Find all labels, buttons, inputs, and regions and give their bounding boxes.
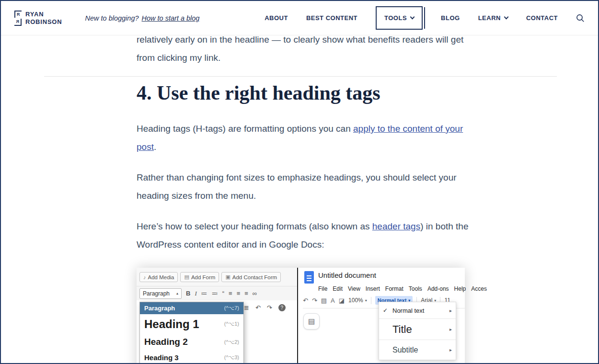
- style-dropdown-label: Paragraph: [143, 290, 170, 297]
- nav-tools-label: TOOLS: [384, 14, 407, 22]
- submenu-arrow-icon: ▸: [449, 308, 452, 313]
- logo-line1: RYAN: [25, 11, 62, 18]
- paragraph-1: Heading tags (H-tags) are formatting opt…: [137, 120, 474, 156]
- add-media-button: ♪Add Media: [139, 272, 178, 282]
- header-tags-link[interactable]: header tags: [372, 221, 420, 231]
- wp-button-row: ♪Add Media ▤Add Form ▣Add Contact Form: [137, 268, 297, 286]
- undo-icon: ↶: [303, 297, 308, 304]
- section-heading: 4. Use the right heading tags: [137, 80, 474, 105]
- menu-item-paragraph: Paragraph (^⌥7): [140, 302, 243, 314]
- gdocs-menu-format: Format: [385, 285, 403, 292]
- main-nav: ABOUT BEST CONTENT TOOLS BLOG LEARN CONT…: [265, 6, 585, 30]
- logo-icon: R R: [14, 11, 22, 26]
- style-menu-item-subtitle: Subtitle ▸: [379, 340, 456, 360]
- zoom-dropdown: 100%▾: [348, 297, 367, 304]
- paragraph-1-end: .: [154, 142, 156, 152]
- form-icon: ▤: [184, 274, 189, 280]
- add-contact-form-label: Add Contact Form: [232, 274, 277, 280]
- article-screenshot: ♪Add Media ▤Add Form ▣Add Contact Form P…: [137, 268, 465, 364]
- header-tagline: New to blogging?How to start a blog: [85, 14, 199, 22]
- logo-text: RYAN ROBINSON: [25, 11, 62, 25]
- paragraph-3: Here’s how to select your heading format…: [137, 217, 474, 254]
- align-center-icon: ≡: [237, 290, 241, 297]
- redo-icon: ↷: [312, 297, 317, 304]
- google-docs-panel: Untitled document File Edit View Insert …: [298, 268, 465, 364]
- bold-icon: B: [186, 290, 190, 297]
- nav-item-tools[interactable]: TOOLS: [376, 6, 423, 30]
- site-logo[interactable]: R R RYAN ROBINSON: [14, 11, 62, 26]
- menu-heading1-label: Heading 1: [144, 318, 199, 331]
- article-content: relatively early on in the headline — to…: [137, 1, 474, 364]
- dropdown-arrow-icon: ▴: [176, 291, 178, 296]
- menu-paragraph-label: Paragraph: [144, 305, 175, 312]
- section-divider: [44, 76, 557, 77]
- gdocs-menu-tools: Tools: [409, 285, 422, 292]
- paint-format-icon: ◪: [339, 297, 345, 304]
- paragraph-style-dropdown: Paragraph▴: [139, 288, 182, 299]
- nav-learn-label: LEARN: [478, 14, 501, 22]
- style-menu-item-title: Title ▸: [379, 318, 456, 340]
- align-left-icon: ≡: [229, 290, 232, 297]
- nav-item-about[interactable]: ABOUT: [265, 14, 288, 22]
- gdocs-doc-title: Untitled document: [318, 271, 376, 279]
- link-icon: ∞: [253, 290, 257, 297]
- chevron-down-icon: [504, 15, 508, 20]
- gdocs-style-menu: ✓ Normal text ▸ Title ▸ Subtitle ▸: [379, 302, 456, 360]
- print-icon: ▤: [321, 297, 327, 304]
- chevron-down-icon: [410, 15, 415, 20]
- start-a-blog-link[interactable]: How to start a blog: [142, 14, 200, 22]
- wp-style-menu: Paragraph (^⌥7) Heading 1 (^⌥1) Heading …: [139, 302, 244, 364]
- menu-paragraph-shortcut: (^⌥7): [224, 305, 239, 311]
- toolbar-separator: [371, 297, 371, 304]
- add-media-label: Add Media: [148, 274, 174, 280]
- gdocs-header: Untitled document: [298, 268, 465, 284]
- logo-line2: ROBINSON: [25, 18, 62, 26]
- page: { "colors": { "frame": "#233a66", "navy"…: [0, 0, 599, 364]
- site-header: R R RYAN ROBINSON New to blogging?How to…: [1, 1, 598, 35]
- nav-item-contact[interactable]: CONTACT: [526, 14, 558, 22]
- contact-form-icon: ▣: [225, 274, 230, 280]
- gdocs-menu-edit: Edit: [333, 285, 343, 292]
- nav-item-blog[interactable]: BLOG: [441, 14, 460, 22]
- italic-icon: I: [195, 290, 196, 297]
- menu-heading1-shortcut: (^⌥1): [224, 321, 239, 327]
- wp-secondary-toolbar: ≣ ↶ ↷ ?: [244, 304, 286, 311]
- menu-item-heading1: Heading 1 (^⌥1): [140, 314, 243, 334]
- gdocs-menu-insert: Insert: [366, 285, 380, 292]
- spellcheck-icon: A: [331, 297, 335, 304]
- menu-heading2-label: Heading 2: [144, 337, 188, 347]
- clipped-paragraph: relatively early on in the headline — to…: [137, 31, 474, 67]
- wordpress-editor-panel: ♪Add Media ▤Add Form ▣Add Contact Form P…: [137, 268, 297, 364]
- wp-toolbar: Paragraph▴ B I ≔ ≕ “ ≡ ≡ ≡ ∞: [137, 286, 297, 300]
- add-form-button: ▤Add Form: [180, 272, 219, 282]
- gdocs-menu-help: Help: [454, 285, 466, 292]
- nav-item-best-content[interactable]: BEST CONTENT: [306, 14, 357, 22]
- caret-down-icon: ▾: [365, 298, 367, 303]
- nav-item-learn[interactable]: LEARN: [478, 14, 508, 22]
- gdocs-menubar: File Edit View Insert Format Tools Add-o…: [318, 285, 465, 292]
- screenshot-divider: [297, 268, 298, 364]
- logo-mark-top: R: [14, 11, 22, 18]
- gdocs-menu-accessibility: Acces: [471, 285, 487, 292]
- undo-icon: ↶: [255, 304, 261, 311]
- menu-heading3-label: Heading 3: [144, 353, 179, 362]
- paragraph-2: Rather than changing font sizes to empha…: [137, 169, 474, 205]
- style-menu-item-normal-text: ✓ Normal text ▸: [379, 302, 456, 318]
- submenu-arrow-icon: ▸: [449, 347, 452, 353]
- gdocs-menu-view: View: [348, 285, 360, 292]
- paragraph-3-text: Here’s how to select your heading format…: [137, 221, 372, 231]
- bullet-list-icon: ≔: [201, 290, 207, 297]
- redo-icon: ↷: [267, 304, 272, 311]
- subtitle-label: Subtitle: [392, 346, 418, 354]
- search-icon[interactable]: [576, 14, 585, 23]
- zoom-value: 100%: [348, 297, 363, 304]
- menu-heading2-shortcut: (^⌥2): [224, 339, 239, 345]
- logo-mark-bottom: R: [14, 19, 22, 26]
- blockquote-icon: “: [222, 290, 224, 297]
- check-icon: ✓: [383, 307, 392, 314]
- menu-item-heading2: Heading 2 (^⌥2): [140, 334, 243, 350]
- add-form-label: Add Form: [191, 274, 216, 280]
- add-contact-form-button: ▣Add Contact Form: [221, 272, 281, 282]
- media-icon: ♪: [143, 274, 146, 280]
- gdocs-menu-file: File: [318, 285, 327, 292]
